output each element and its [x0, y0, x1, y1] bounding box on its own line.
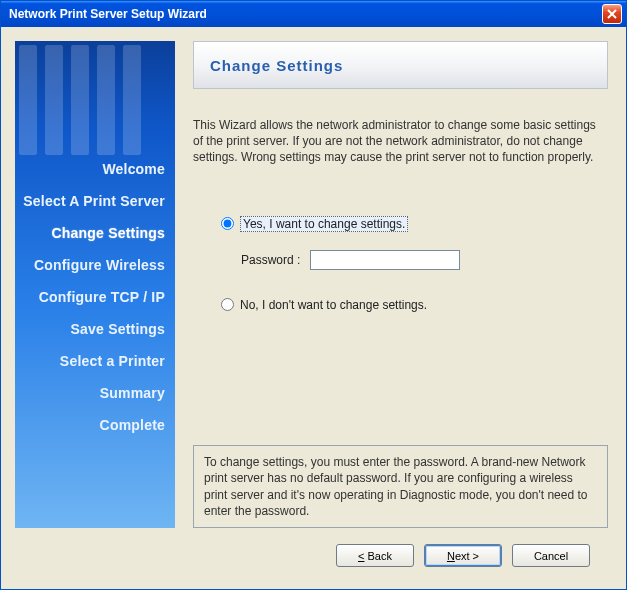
password-input[interactable] — [310, 250, 460, 270]
close-button[interactable] — [602, 4, 622, 24]
window-title: Network Print Server Setup Wizard — [9, 7, 602, 21]
titlebar[interactable]: Network Print Server Setup Wizard — [1, 1, 626, 27]
sidebar-item-save-settings[interactable]: Save Settings — [15, 321, 165, 337]
sidebar-nav: Welcome Select A Print Server Change Set… — [15, 161, 175, 433]
cancel-button[interactable]: Cancel — [512, 544, 590, 567]
radio-no-label[interactable]: No, I don't want to change settings. — [240, 298, 427, 312]
option-yes-row: Yes, I want to change settings. — [221, 216, 608, 232]
back-button[interactable]: < Back — [336, 544, 414, 567]
button-row: < Back Next > Cancel — [15, 528, 612, 575]
wizard-window: Network Print Server Setup Wizard Welcom… — [0, 0, 627, 590]
password-label: Password : — [241, 253, 300, 267]
sidebar-item-summary[interactable]: Summary — [15, 385, 165, 401]
password-row: Password : — [241, 250, 608, 270]
sidebar-item-complete[interactable]: Complete — [15, 417, 165, 433]
page-description: This Wizard allows the network administr… — [193, 117, 608, 166]
radio-yes-label[interactable]: Yes, I want to change settings. — [240, 216, 408, 232]
sidebar-item-change-settings[interactable]: Change Settings — [15, 225, 165, 241]
sidebar-item-select-printer[interactable]: Select a Printer — [15, 353, 165, 369]
sidebar-item-select-print-server[interactable]: Select A Print Server — [15, 193, 165, 209]
main-panel: Change Settings This Wizard allows the n… — [193, 41, 612, 528]
option-no-row: No, I don't want to change settings. — [221, 298, 608, 312]
sidebar-item-configure-tcpip[interactable]: Configure TCP / IP — [15, 289, 165, 305]
content-row: Welcome Select A Print Server Change Set… — [15, 41, 612, 528]
sidebar-item-welcome[interactable]: Welcome — [15, 161, 165, 177]
radio-no[interactable] — [221, 298, 234, 311]
sidebar: Welcome Select A Print Server Change Set… — [15, 41, 175, 528]
next-button[interactable]: Next > — [424, 544, 502, 567]
sidebar-decor — [19, 45, 171, 155]
options-group: Yes, I want to change settings. Password… — [193, 216, 608, 330]
heading-bar: Change Settings — [193, 41, 608, 89]
sidebar-item-configure-wireless[interactable]: Configure Wireless — [15, 257, 165, 273]
client-area: Welcome Select A Print Server Change Set… — [1, 27, 626, 589]
note-box: To change settings, you must enter the p… — [193, 445, 608, 528]
close-icon — [607, 9, 617, 19]
radio-yes[interactable] — [221, 217, 234, 230]
page-title: Change Settings — [210, 57, 343, 74]
